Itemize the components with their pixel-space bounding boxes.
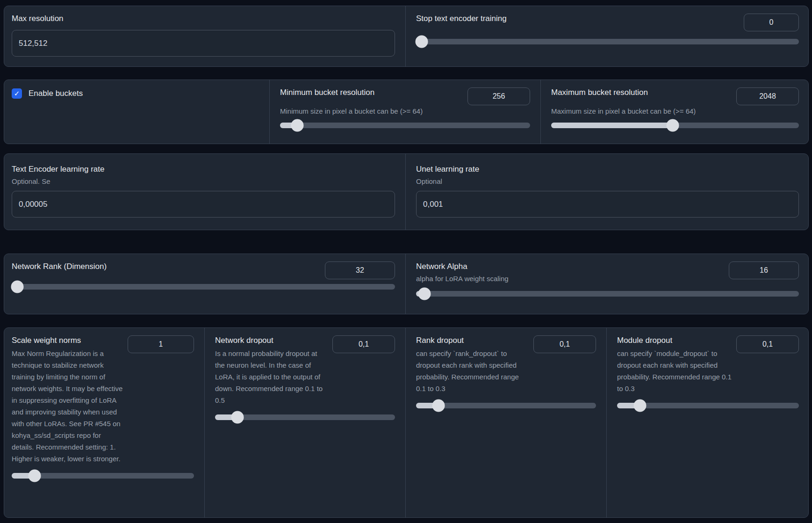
network-dropout-group: Network dropout Is a normal probability …	[204, 328, 405, 517]
network-dropout-info: Is a normal probability dropout at the n…	[215, 348, 329, 406]
network-rank-number-input[interactable]: 32	[325, 262, 395, 279]
max-bucket-info: Maximum size in pixel a bucket can be (>…	[551, 105, 799, 117]
slider-track[interactable]	[416, 291, 799, 297]
scale-weight-norms-value: 1	[159, 340, 163, 349]
panel-learning-rates: Text Encoder learning rate Optional. Se …	[4, 153, 809, 230]
module-dropout-info: can specify `module_dropout` to dropout …	[617, 348, 733, 394]
panel-buckets: Enable buckets Minimum bucket resolution…	[4, 80, 809, 144]
slider-handle[interactable]	[11, 281, 24, 293]
checkbox-checked-icon[interactable]	[12, 88, 22, 99]
scale-weight-norms-label: Scale weight norms	[12, 335, 124, 346]
text-encoder-lr-group: Text Encoder learning rate Optional. Se …	[4, 154, 405, 230]
stop-text-encoder-group: Stop text encoder training 0	[405, 6, 809, 66]
network-alpha-group: Network Alpha alpha for LoRA weight scal…	[405, 254, 809, 314]
enable-buckets-group: Enable buckets	[4, 80, 269, 144]
module-dropout-slider[interactable]	[617, 399, 799, 412]
network-dropout-value: 0,1	[359, 340, 369, 349]
scale-weight-norms-number-input[interactable]: 1	[128, 335, 194, 353]
unet-lr-value: 0,001	[423, 200, 443, 209]
slider-fill	[551, 123, 673, 128]
stop-text-encoder-label: Stop text encoder training	[416, 14, 507, 24]
network-rank-slider[interactable]	[12, 280, 395, 293]
slider-track[interactable]	[280, 123, 530, 128]
scale-weight-norms-slider[interactable]	[12, 469, 194, 482]
max-bucket-value: 2048	[759, 92, 776, 101]
min-bucket-value: 256	[493, 92, 505, 101]
min-bucket-slider[interactable]	[280, 119, 530, 132]
slider-handle[interactable]	[633, 400, 646, 412]
network-rank-group: Network Rank (Dimension) 32	[4, 254, 405, 314]
min-bucket-group: Minimum bucket resolution 256 Minimum si…	[269, 80, 540, 144]
panel-dropouts: Scale weight norms Max Norm Regularizati…	[4, 327, 809, 518]
network-dropout-label: Network dropout	[215, 335, 329, 346]
panel-resolution: Max resolution 512,512 Stop text encoder…	[4, 6, 809, 67]
module-dropout-label: Module dropout	[617, 335, 733, 346]
max-resolution-input[interactable]: 512,512	[12, 30, 395, 57]
module-dropout-number-input[interactable]: 0,1	[736, 335, 799, 353]
slider-track[interactable]	[12, 284, 395, 290]
min-bucket-label: Minimum bucket resolution	[280, 87, 374, 98]
slider-handle[interactable]	[291, 119, 304, 132]
network-rank-label: Network Rank (Dimension)	[12, 262, 107, 272]
max-resolution-value: 512,512	[19, 39, 47, 48]
lora-training-settings-page: Max resolution 512,512 Stop text encoder…	[0, 0, 812, 523]
module-dropout-group: Module dropout can specify `module_dropo…	[606, 328, 809, 517]
network-rank-value: 32	[356, 266, 364, 275]
min-bucket-number-input[interactable]: 256	[467, 87, 530, 105]
stop-text-encoder-slider[interactable]	[416, 35, 799, 48]
max-bucket-group: Maximum bucket resolution 2048 Maximum s…	[540, 80, 809, 144]
unet-lr-group: Unet learning rate Optional 0,001	[405, 154, 809, 230]
max-bucket-slider[interactable]	[551, 119, 799, 132]
rank-dropout-label: Rank dropout	[416, 335, 530, 346]
slider-handle[interactable]	[432, 400, 445, 412]
max-bucket-number-input[interactable]: 2048	[736, 87, 799, 105]
network-alpha-info: alpha for LoRA weight scaling	[416, 273, 725, 284]
network-dropout-number-input[interactable]: 0,1	[332, 335, 395, 353]
enable-buckets-label: Enable buckets	[29, 89, 83, 98]
scale-weight-norms-info: Max Norm Regularization is a technique t…	[12, 348, 124, 465]
network-alpha-value: 16	[760, 266, 768, 275]
scale-weight-norms-group: Scale weight norms Max Norm Regularizati…	[4, 328, 204, 517]
max-resolution-group: Max resolution 512,512	[4, 6, 405, 66]
network-alpha-label: Network Alpha	[416, 262, 725, 272]
unet-lr-label: Unet learning rate	[416, 164, 799, 174]
rank-dropout-slider[interactable]	[416, 399, 596, 412]
text-encoder-lr-label: Text Encoder learning rate	[12, 164, 395, 174]
text-encoder-lr-value: 0,00005	[19, 200, 47, 209]
max-resolution-label: Max resolution	[12, 14, 395, 24]
unet-lr-input[interactable]: 0,001	[416, 191, 799, 218]
network-dropout-slider[interactable]	[215, 411, 395, 424]
enable-buckets-checkbox-row[interactable]: Enable buckets	[12, 87, 259, 99]
module-dropout-value: 0,1	[762, 340, 773, 349]
panel-network: Network Rank (Dimension) 32 Network Alph…	[4, 254, 809, 314]
max-bucket-label: Maximum bucket resolution	[551, 87, 648, 98]
stop-text-encoder-value: 0	[769, 18, 774, 27]
rank-dropout-value: 0,1	[560, 340, 570, 349]
stop-text-encoder-number-input[interactable]: 0	[744, 14, 799, 31]
slider-handle[interactable]	[231, 411, 244, 424]
rank-dropout-group: Rank dropout can specify `rank_dropout` …	[405, 328, 606, 517]
slider-handle[interactable]	[416, 36, 428, 48]
slider-handle[interactable]	[666, 119, 679, 132]
min-bucket-info: Minimum size in pixel a bucket can be (>…	[280, 105, 530, 117]
network-alpha-slider[interactable]	[416, 287, 799, 300]
rank-dropout-number-input[interactable]: 0,1	[533, 335, 596, 353]
slider-handle[interactable]	[28, 470, 41, 482]
unet-lr-info: Optional	[416, 175, 799, 187]
slider-track[interactable]	[416, 39, 799, 44]
rank-dropout-info: can specify `rank_dropout` to dropout ea…	[416, 348, 530, 394]
network-alpha-number-input[interactable]: 16	[729, 262, 799, 279]
text-encoder-lr-info: Optional. Se	[12, 175, 395, 187]
slider-handle[interactable]	[418, 288, 431, 300]
text-encoder-lr-input[interactable]: 0,00005	[12, 191, 395, 218]
